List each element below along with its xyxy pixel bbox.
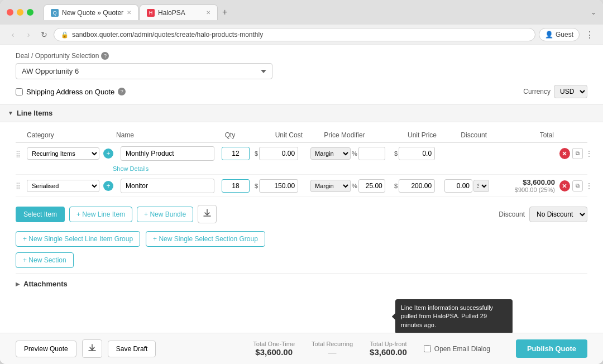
total-upfront-label: Total Up-front xyxy=(370,341,406,347)
browser-menu-button[interactable]: ⋮ xyxy=(583,30,596,40)
table-row: ⣿ Recurring Items + xyxy=(16,143,587,175)
guest-button[interactable]: 👤 Guest xyxy=(539,28,580,41)
new-single-select-line-button[interactable]: + New Single Select Line Item Group xyxy=(16,231,140,247)
row2-margin-select[interactable]: Margin xyxy=(310,180,351,192)
attachments-title: Attachments xyxy=(23,280,68,288)
halopsa-tab-label: HaloPSA xyxy=(158,9,185,17)
line-items-collapse-arrow: ▼ xyxy=(8,110,13,116)
back-button[interactable]: ‹ xyxy=(7,28,19,41)
browser-menu-right: ⌄ xyxy=(591,8,596,16)
row2-discount-type[interactable]: $ % xyxy=(473,180,489,192)
total-recurring-val: — xyxy=(328,347,337,357)
row1-up-dollar: $ xyxy=(394,150,398,157)
new-line-item-button[interactable]: + New Line Item xyxy=(69,207,132,222)
row1-copy-button[interactable]: ⧉ xyxy=(572,148,583,159)
row1-category-select[interactable]: Recurring Items xyxy=(27,147,99,160)
row2-cost-input[interactable] xyxy=(259,179,298,193)
shipping-checkbox[interactable] xyxy=(16,88,23,95)
address-text: sandbox.quoter.com/admin/quotes/create/h… xyxy=(72,31,263,39)
row1-name-input[interactable] xyxy=(121,146,214,161)
new-single-select-section-button[interactable]: + New Single Select Section Group xyxy=(146,231,265,247)
opportunity-select[interactable]: AW Opportunity 6 xyxy=(16,63,272,79)
deal-help-icon[interactable]: ? xyxy=(101,52,109,60)
row2-pct-label: % xyxy=(352,183,357,189)
line-items-toolbar: Select Item + New Line Item + New Bundle… xyxy=(16,205,587,223)
discount-select[interactable]: No Discount xyxy=(529,207,587,222)
col-header-discount: Discount xyxy=(437,131,487,139)
shipping-help-icon[interactable]: ? xyxy=(118,88,126,95)
page-footer: Preview Quote Save Draft Total One-Time … xyxy=(0,333,603,364)
col-header-category: Category xyxy=(27,131,116,139)
preview-quote-button[interactable]: Preview Quote xyxy=(16,341,76,357)
row2-total-value: $3,600.00 xyxy=(492,178,555,186)
minimize-traffic-light[interactable] xyxy=(17,9,23,16)
address-bar[interactable]: 🔒 sandbox.quoter.com/admin/quotes/create… xyxy=(54,28,535,41)
shipping-row: Shipping Address on Quote ? Currency USD xyxy=(16,85,587,98)
row2-name-input[interactable] xyxy=(121,179,214,193)
new-section-button[interactable]: + New Section xyxy=(16,252,74,268)
line-items-section-header[interactable]: ▼ Line Items xyxy=(0,104,603,122)
open-email-row: Open Email Dialog xyxy=(424,345,490,353)
row2-more-button[interactable]: ⋮ xyxy=(585,181,593,190)
guest-label: Guest xyxy=(556,31,573,39)
currency-select[interactable]: USD xyxy=(554,85,587,98)
row2-total-sub: $900.00 (25%) xyxy=(492,186,555,193)
attachments-arrow: ▶ xyxy=(16,281,20,287)
row1-add-button[interactable]: + xyxy=(103,149,113,159)
refresh-button[interactable]: ↻ xyxy=(38,28,50,41)
import-button[interactable] xyxy=(198,205,217,223)
tab-halopsa[interactable]: H HaloPSA ✕ xyxy=(140,4,218,20)
row1-cost-input[interactable] xyxy=(259,147,298,160)
row1-more-button[interactable]: ⋮ xyxy=(585,149,593,158)
row2-margin-val[interactable] xyxy=(358,179,385,193)
discount-right: Discount No Discount xyxy=(499,207,587,222)
close-traffic-light[interactable] xyxy=(7,9,13,16)
row1-delete-button[interactable] xyxy=(559,148,570,159)
new-section-row: + New Section xyxy=(16,252,587,268)
row1-unit-price-input[interactable] xyxy=(399,147,435,160)
row1-margin-select[interactable]: Margin xyxy=(310,147,351,160)
col-header-name: Name xyxy=(116,131,213,139)
select-item-button[interactable]: Select Item xyxy=(16,207,65,222)
discount-label: Discount xyxy=(499,210,525,218)
row1-pct-label: % xyxy=(352,150,357,157)
row2-qty-input[interactable] xyxy=(222,179,250,193)
total-upfront: Total Up-front $3,600.00 xyxy=(370,341,407,357)
open-email-checkbox[interactable] xyxy=(424,345,431,352)
guest-icon: 👤 xyxy=(545,31,553,39)
new-tab-button[interactable]: + xyxy=(219,7,231,17)
total-one-time: Total One-Time $3,600.00 xyxy=(253,341,295,357)
col-header-pricemod: Price Modifier xyxy=(303,131,386,139)
new-bundle-button[interactable]: + New Bundle xyxy=(137,207,193,222)
row2-category-select[interactable]: Serialised xyxy=(27,180,99,192)
row1-qty-input[interactable] xyxy=(222,147,250,160)
col-header-qty: Qty xyxy=(213,131,247,139)
save-draft-button[interactable]: Save Draft xyxy=(108,341,156,357)
publish-quote-button[interactable]: Publish Quote xyxy=(516,339,587,358)
row2-copy-button[interactable]: ⧉ xyxy=(572,180,583,191)
download-button[interactable] xyxy=(82,339,102,358)
row2-add-button[interactable]: + xyxy=(103,181,113,191)
row2-discount-input[interactable] xyxy=(444,179,472,193)
total-recurring-label: Total Recurring xyxy=(312,341,353,347)
drag-handle-row1[interactable]: ⣿ xyxy=(16,150,21,158)
row1-show-details[interactable]: Show Details xyxy=(16,164,587,174)
tab-quoter[interactable]: Q New Quote » Quoter ✕ xyxy=(44,4,138,20)
total-upfront-val: $3,600.00 xyxy=(370,347,407,357)
open-email-label: Open Email Dialog xyxy=(434,345,490,353)
quoter-tab-label: New Quote » Quoter xyxy=(62,9,123,17)
row1-margin-val[interactable] xyxy=(358,147,385,160)
forward-button[interactable]: › xyxy=(22,28,35,41)
quoter-tab-close[interactable]: ✕ xyxy=(127,9,131,16)
attachments-section[interactable]: ▶ Attachments xyxy=(16,274,587,294)
browser-controls: ‹ › ↻ 🔒 sandbox.quoter.com/admin/quotes/… xyxy=(0,25,603,45)
currency-label: Currency xyxy=(523,88,551,95)
maximize-traffic-light[interactable] xyxy=(27,9,34,16)
tabs-bar: Q New Quote » Quoter ✕ H HaloPSA ✕ + xyxy=(44,4,585,20)
row2-delete-button[interactable] xyxy=(559,180,570,191)
drag-handle-row2[interactable]: ⣿ xyxy=(16,182,21,190)
halopsa-tab-close[interactable]: ✕ xyxy=(206,9,210,16)
deal-section-header: Deal / Opportunity Selection ? xyxy=(16,52,587,60)
row2-unit-price-input[interactable] xyxy=(399,179,435,193)
row2-actions: ⧉ ⋮ xyxy=(559,180,593,191)
